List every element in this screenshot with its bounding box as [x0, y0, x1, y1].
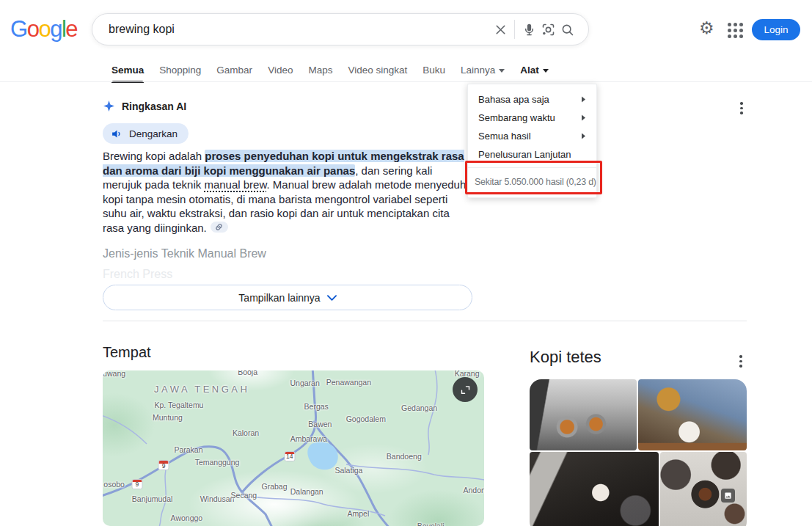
map-shields: 9914: [103, 370, 484, 526]
section-divider: [103, 321, 747, 321]
tab-label: Video: [268, 65, 293, 76]
submenu-arrow-icon: [581, 133, 586, 139]
menu-separator: [468, 167, 596, 168]
coffee-image-barista-pouring-kettle[interactable]: [638, 379, 747, 450]
ai-overview-title: Ringkasan AI: [122, 101, 186, 112]
ai-overview-header: Ringkasan AI: [103, 100, 186, 112]
tools-dropdown-menu: Bahasa apa saja Sembarang waktu Semua ha…: [467, 84, 597, 198]
image-grid: [530, 379, 747, 526]
paragraph-text: Brewing kopi adalah: [103, 150, 205, 162]
show-more-label: Tampilkan lainnya: [238, 292, 320, 304]
show-more-button[interactable]: Tampilkan lainnya: [103, 285, 472, 310]
logo-letter: e: [65, 16, 77, 42]
coffee-image-overhead-drip-gear[interactable]: [660, 452, 747, 526]
tab-label: Shopping: [159, 65, 201, 76]
tab-label: Gambar: [216, 65, 252, 76]
road-shield: 9: [158, 460, 169, 470]
logo-letter: g: [50, 16, 62, 42]
search-icon[interactable]: [557, 20, 577, 39]
map-expand-button[interactable]: [453, 377, 478, 402]
listen-button-label: Dengarkan: [129, 128, 178, 139]
google-lens-icon[interactable]: [538, 20, 557, 39]
tab-maps[interactable]: Maps: [308, 65, 332, 83]
settings-gear-icon[interactable]: ⚙: [699, 20, 714, 37]
road-shield: 14: [284, 451, 295, 461]
tab-alat[interactable]: Alat: [520, 65, 549, 83]
tab-label: Alat: [520, 65, 539, 76]
submenu-arrow-icon: [581, 114, 586, 121]
glossary-term[interactable]: manual brew: [204, 178, 266, 191]
menu-item-label: Penelusuran Lanjutan: [478, 149, 571, 160]
tab-label: Video singkat: [348, 65, 407, 76]
ai-overview-faded-item: French Press: [103, 268, 172, 281]
chevron-down-icon: [543, 69, 549, 73]
tabs-bottom-border: [0, 81, 812, 82]
tab-label: Maps: [308, 65, 332, 76]
photo-badge-icon: [721, 489, 735, 503]
result-stats: Sekitar 5.050.000 hasil (0,23 d): [468, 171, 596, 193]
tab-video[interactable]: Video: [268, 65, 293, 83]
road-shield: 9: [131, 479, 142, 489]
source-link-chip[interactable]: [211, 222, 228, 233]
tab-video-singkat[interactable]: Video singkat: [348, 65, 407, 83]
ai-overview-more-icon[interactable]: [738, 100, 745, 117]
tab-shopping[interactable]: Shopping: [159, 65, 201, 83]
tab-label: Semua: [111, 65, 144, 76]
submenu-arrow-icon: [581, 96, 586, 103]
google-search-page: Google brewing kopi ⚙ Login Semua Shoppi…: [0, 0, 812, 526]
map[interactable]: uwangBoojaKarangUngaranPenawanganJAWA TE…: [103, 370, 484, 526]
places-section-title: Tempat: [103, 344, 151, 361]
ai-overview-subheading: Jenis-jenis Teknik Manual Brew: [103, 247, 266, 260]
listen-button[interactable]: Dengarkan: [103, 123, 189, 144]
tab-gambar[interactable]: Gambar: [216, 65, 252, 83]
menu-item-time[interactable]: Sembarang waktu: [468, 109, 596, 127]
tab-buku[interactable]: Buku: [423, 65, 445, 83]
chevron-down-icon: [499, 69, 505, 73]
clear-search-icon[interactable]: [491, 20, 510, 39]
coffee-image-espresso-machine[interactable]: [530, 379, 637, 450]
login-button[interactable]: Login: [752, 19, 800, 40]
menu-item-label: Semua hasil: [478, 131, 531, 142]
menu-item-language[interactable]: Bahasa apa saja: [468, 90, 596, 109]
images-section-title: Kopi tetes: [530, 348, 601, 367]
google-apps-grid-icon[interactable]: [728, 23, 743, 38]
menu-item-label: Bahasa apa saja: [478, 94, 549, 105]
tab-semua[interactable]: Semua: [111, 65, 144, 83]
tab-label: Buku: [423, 65, 445, 76]
images-more-icon[interactable]: [737, 353, 745, 370]
sparkle-icon: [103, 100, 115, 112]
coffee-image-dark-pour-over[interactable]: [530, 452, 659, 526]
logo-letter: o: [27, 16, 39, 42]
search-bar-divider: [514, 20, 515, 39]
chevron-down-icon: [327, 295, 337, 301]
logo-letter: o: [38, 16, 50, 42]
speaker-icon: [111, 128, 123, 140]
logo-letter: G: [10, 16, 27, 42]
search-bar[interactable]: brewing kopi: [92, 13, 589, 45]
tab-lainnya[interactable]: Lainnya: [461, 65, 505, 83]
ai-overview-paragraph: Brewing kopi adalah proses penyeduhan ko…: [103, 149, 472, 235]
search-input[interactable]: brewing kopi: [109, 23, 491, 36]
menu-item-label: Sembarang waktu: [478, 112, 555, 123]
google-logo[interactable]: Google: [10, 16, 77, 43]
microphone-icon[interactable]: [519, 20, 538, 39]
menu-item-all-results[interactable]: Semua hasil: [468, 127, 596, 145]
search-result-tabs: Semua Shopping Gambar Video Maps Video s…: [111, 65, 549, 83]
tab-label: Lainnya: [461, 65, 495, 76]
menu-item-advanced-search[interactable]: Penelusuran Lanjutan: [468, 145, 596, 164]
